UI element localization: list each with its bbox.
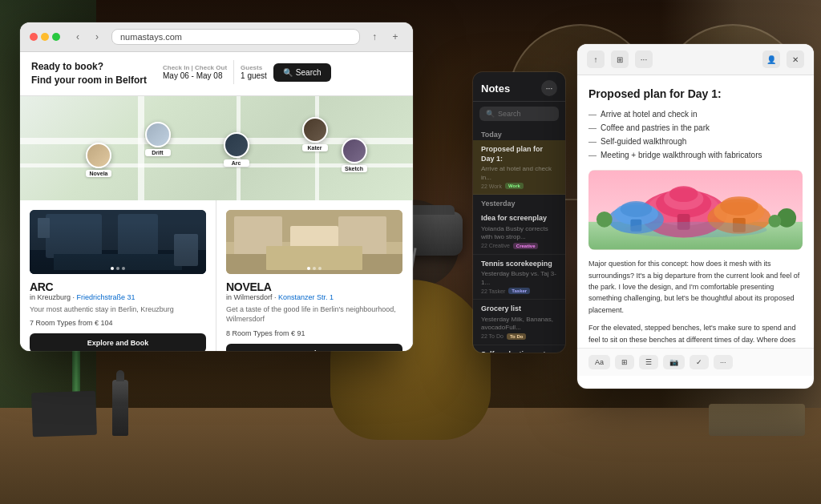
pin-img-arc	[224, 132, 249, 158]
hotel-image-arc	[30, 210, 206, 274]
guests-value[interactable]: 1 guest	[241, 71, 267, 80]
footer-check-btn[interactable]: ✓	[690, 355, 709, 369]
notes-item-meta-day1: 22 Work Work	[481, 183, 557, 189]
note-grid-button[interactable]: ⊞	[611, 50, 629, 68]
novela-book-button[interactable]: Explore	[226, 344, 402, 351]
note-detail-toolbar: ↑ ⊞ ··· 👤 ✕	[577, 44, 814, 75]
svg-point-24	[621, 201, 653, 217]
notes-panel: Notes ··· 🔍 Search Today Proposed plan f…	[473, 72, 565, 353]
map-pin-sketch[interactable]: Sketch	[342, 138, 367, 172]
illustration-svg	[588, 170, 803, 250]
desk-items-right	[709, 404, 805, 436]
svg-point-31	[597, 212, 613, 228]
note-detail-footer: Aa ⊞ ☰ 📷 ✓ ···	[577, 348, 814, 376]
footer-more-btn[interactable]: ···	[714, 355, 733, 369]
notes-tag-work: Work	[505, 183, 524, 189]
svg-rect-6	[38, 218, 50, 238]
hotel-street-arc[interactable]: Friedrichstraße 31	[77, 293, 135, 301]
note-checklist: Arrive at hotel and check in Coffee and …	[588, 107, 803, 162]
url-text: numastays.com	[120, 32, 182, 42]
footer-grid-btn[interactable]: ⊞	[615, 355, 634, 369]
map-pin-kater[interactable]: Kater	[302, 117, 328, 151]
notes-item-title-day1: Proposed plan for Day 1:	[481, 145, 557, 163]
footer-text-btn[interactable]: Aa	[588, 355, 610, 369]
note-share-button[interactable]: ↑	[587, 50, 605, 68]
notes-item-selfevaluation[interactable]: Self-evaluation notes Yesterday Need to …	[473, 345, 565, 353]
booking-search-bar: Check In | Check Out May 06 - May 08 Gue…	[163, 60, 402, 84]
footer-camera-btn[interactable]: 📷	[663, 355, 685, 369]
grocery-preview: Yesterday Milk, Bananas, avocadoFull...	[481, 316, 557, 333]
check-item-3: Self-guided walkthrough	[588, 135, 803, 148]
tennis-title: Tennis scorekeeping	[481, 260, 557, 269]
notes-item-screenplay[interactable]: Idea for screenplay Yolanda Busby correc…	[473, 209, 565, 254]
hotel-location-novela: in Wilmersdorf · Konstanzer Str. 1	[226, 293, 402, 301]
hotel-price-arc: 7 Room Types from € 104	[30, 319, 206, 327]
search-button[interactable]: 🔍 Search	[273, 63, 331, 82]
add-tab-button[interactable]: +	[387, 29, 403, 45]
dot-1	[111, 267, 114, 270]
note-avatar-button[interactable]: 👤	[762, 50, 780, 68]
map-area[interactable]: Novela Drift Arc Kater Sketch	[20, 96, 413, 200]
notes-item-tennis[interactable]: Tennis scorekeeping Yesterday Busby vs. …	[473, 255, 565, 300]
novela-room-svg	[226, 210, 402, 274]
image-dots-arc	[111, 267, 125, 270]
hotel-cards: ARC in Kreuzburg · Friedrichstraße 31 Yo…	[20, 200, 413, 351]
svg-point-28	[720, 196, 758, 216]
map-pin-arc[interactable]: Arc	[224, 132, 249, 167]
map-road	[138, 96, 144, 200]
selfevaluation-title: Self-evaluation notes	[481, 350, 557, 353]
address-bar[interactable]: numastays.com	[111, 29, 360, 45]
note-detail-content: Proposed plan for Day 1: Arrive at hotel…	[577, 75, 814, 348]
browser-actions: ↑ +	[366, 29, 403, 45]
search-divider	[233, 60, 234, 84]
back-button[interactable]: ‹	[70, 29, 86, 45]
check-item-2: Coffee and pastries in the park	[588, 121, 803, 135]
close-btn[interactable]	[30, 33, 38, 41]
svg-point-20	[669, 187, 698, 203]
guests-group: Guests 1 guest	[241, 64, 267, 80]
guests-label: Guests	[241, 64, 267, 71]
hotel-price-novela: 8 Room Types from € 91	[226, 329, 402, 337]
note-title: Proposed plan for Day 1:	[588, 87, 803, 101]
notes-item-grocery[interactable]: Grocery list Yesterday Milk, Bananas, av…	[473, 300, 565, 345]
notes-item-preview-day1: Arrive at hotel and check in...	[481, 165, 557, 182]
dot-3	[122, 267, 125, 270]
checkin-label: Check In | Check Out	[163, 64, 227, 71]
hotel-location-arc: in Kreuzburg · Friedrichstraße 31	[30, 293, 206, 301]
hotel-card-novela: NOVELA in Wilmersdorf · Konstanzer Str. …	[216, 200, 413, 351]
svg-rect-5	[174, 234, 198, 266]
hotel-desc-arc: Your most authentic stay in Berlin, Kreu…	[30, 304, 206, 315]
checkin-dates[interactable]: May 06 - May 08	[163, 71, 227, 80]
search-icon: 🔍	[486, 110, 495, 118]
share-button[interactable]: ↑	[366, 29, 382, 45]
hotel-card-arc: ARC in Kreuzburg · Friedrichstraße 31 Yo…	[20, 200, 216, 351]
tennis-time: 22 Tasker	[481, 288, 505, 294]
dot-2	[313, 267, 316, 270]
pin-label-arc: Arc	[224, 159, 249, 167]
maximize-btn[interactable]	[52, 33, 60, 41]
map-pin-drift[interactable]: Drift	[145, 122, 171, 156]
notes-search-bar[interactable]: 🔍 Search	[479, 107, 559, 121]
svg-rect-1	[30, 250, 206, 274]
notes-title: Notes	[481, 83, 510, 95]
notes-menu-button[interactable]: ···	[541, 80, 557, 96]
svg-rect-3	[118, 214, 158, 258]
grocery-title: Grocery list	[481, 304, 557, 314]
pin-img-sketch	[342, 138, 367, 163]
note-body-para1: Major question for this concept: how doe…	[588, 258, 803, 316]
notes-item-day1[interactable]: Proposed plan for Day 1: Arrive at hotel…	[473, 140, 565, 195]
hotel-desc-novela: Get a taste of the good life in Berlin's…	[226, 304, 402, 325]
checkin-group: Check In | Check Out May 06 - May 08	[163, 64, 227, 80]
hotel-street-novela[interactable]: Konstanzer Str. 1	[278, 293, 334, 301]
pin-img-kater	[302, 117, 328, 143]
hotel-name-arc: ARC	[30, 280, 206, 293]
hotel-name-novela: NOVELA	[226, 280, 402, 293]
footer-list-btn[interactable]: ☰	[639, 355, 658, 369]
note-close-button[interactable]: ✕	[787, 50, 804, 68]
minimize-btn[interactable]	[41, 33, 49, 41]
screenplay-title: Idea for screenplay	[481, 214, 557, 224]
map-pin-novela[interactable]: Novela	[86, 143, 111, 177]
arc-book-button[interactable]: Explore and Book	[30, 333, 206, 351]
note-more-button[interactable]: ···	[635, 50, 653, 68]
forward-button[interactable]: ›	[89, 29, 105, 45]
